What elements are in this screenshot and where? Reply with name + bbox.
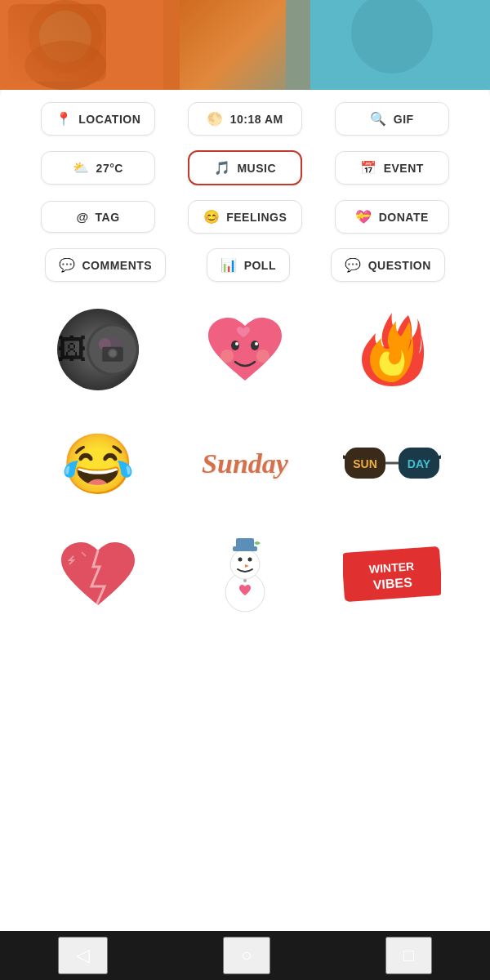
- sunday-label: Sunday: [202, 448, 288, 479]
- question-icon: 💬: [345, 257, 362, 273]
- svg-point-18: [251, 341, 259, 350]
- sticker-row-2: ⛅ 27°C 🎵 MUSIC 📅 EVENT: [24, 150, 466, 185]
- laugh-cry-sticker[interactable]: 😂: [45, 419, 151, 509]
- svg-rect-6: [163, 0, 310, 90]
- tag-label: TAG: [96, 211, 120, 224]
- weather-icon: ⛅: [73, 160, 90, 176]
- svg-point-1: [29, 0, 102, 74]
- svg-point-15: [220, 350, 234, 363]
- time-icon: 🌕: [207, 111, 224, 127]
- time-label: 10:18 AM: [230, 113, 283, 126]
- svg-point-32: [238, 558, 243, 562]
- music-button[interactable]: 🎵 MUSIC: [188, 150, 302, 185]
- weather-button[interactable]: ⛅ 27°C: [41, 151, 155, 185]
- emoji-row-1: [24, 296, 466, 403]
- svg-point-10: [110, 336, 121, 347]
- question-button[interactable]: 💬 QUESTION: [331, 248, 445, 282]
- feelings-icon: 😊: [203, 209, 220, 225]
- location-label: LOCATION: [78, 113, 140, 126]
- feelings-button[interactable]: 😊 FEELINGS: [188, 200, 302, 234]
- photo-sticker[interactable]: [45, 305, 151, 394]
- svg-text:DAY: DAY: [408, 457, 431, 470]
- svg-point-16: [256, 350, 270, 363]
- svg-text:SUN: SUN: [353, 457, 377, 470]
- comments-icon: 💬: [59, 257, 76, 273]
- tag-icon: @: [76, 210, 88, 224]
- sticker-row-1: 📍 LOCATION 🌕 10:18 AM 🔍 GIF: [24, 102, 466, 136]
- location-button[interactable]: 📍 LOCATION: [41, 102, 155, 136]
- donate-label: DONATE: [379, 211, 429, 224]
- winter-vibes-sticker[interactable]: WINTER VIBES: [339, 529, 445, 619]
- svg-point-3: [24, 41, 106, 90]
- poll-icon: 📊: [220, 257, 238, 273]
- svg-point-33: [248, 558, 252, 562]
- phone-frame: 📍 LOCATION 🌕 10:18 AM 🔍 GIF ⛅ 27°C 🎵 MUS…: [0, 0, 490, 980]
- sunday-glasses-sticker[interactable]: SUN DAY: [339, 419, 445, 509]
- time-button[interactable]: 🌕 10:18 AM: [188, 102, 302, 136]
- donate-icon: 💝: [355, 209, 372, 225]
- svg-point-14: [109, 350, 116, 357]
- event-icon: 📅: [360, 160, 377, 176]
- tag-button[interactable]: @ TAG: [41, 201, 155, 233]
- weather-label: 27°C: [96, 162, 123, 175]
- music-icon: 🎵: [214, 160, 231, 176]
- svg-point-17: [231, 341, 239, 350]
- svg-point-20: [255, 342, 258, 345]
- svg-line-27: [439, 454, 441, 457]
- broken-heart-sticker[interactable]: [45, 529, 151, 619]
- recent-button[interactable]: □: [385, 937, 432, 974]
- gif-icon: 🔍: [370, 111, 387, 127]
- event-label: EVENT: [384, 162, 424, 175]
- home-button[interactable]: ○: [223, 937, 270, 974]
- back-button[interactable]: ◁: [58, 937, 108, 974]
- location-icon: 📍: [56, 111, 73, 127]
- svg-point-19: [235, 342, 238, 345]
- svg-text:VIBES: VIBES: [372, 575, 412, 591]
- svg-rect-0: [0, 0, 180, 90]
- svg-rect-31: [236, 538, 254, 548]
- svg-line-26: [343, 454, 345, 457]
- sticker-row-3: @ TAG 😊 FEELINGS 💝 DONATE: [24, 200, 466, 234]
- emoji-row-3: WINTER VIBES: [24, 525, 466, 623]
- heart-kawaii-sticker[interactable]: [192, 305, 298, 394]
- question-label: QUESTION: [368, 259, 431, 272]
- content-area: 📍 LOCATION 🌕 10:18 AM 🔍 GIF ⛅ 27°C 🎵 MUS…: [0, 82, 490, 931]
- fire-sticker[interactable]: [339, 305, 445, 394]
- comments-label: COMMENTS: [82, 259, 152, 272]
- comments-button[interactable]: 💬 COMMENTS: [45, 248, 166, 282]
- top-banner: [0, 0, 490, 90]
- music-label: MUSIC: [237, 162, 276, 175]
- sticker-row-4: 💬 COMMENTS 📊 POLL 💬 QUESTION: [24, 248, 466, 282]
- sunday-text-sticker[interactable]: Sunday: [192, 419, 298, 509]
- gif-label: GIF: [394, 113, 414, 126]
- feelings-label: FEELINGS: [226, 211, 287, 224]
- emoji-row-2: 😂 Sunday SUN DAY: [24, 411, 466, 517]
- donate-button[interactable]: 💝 DONATE: [335, 200, 449, 234]
- svg-point-34: [243, 579, 247, 582]
- poll-label: POLL: [244, 259, 276, 272]
- svg-rect-35: [343, 546, 441, 602]
- gif-button[interactable]: 🔍 GIF: [335, 102, 449, 136]
- event-button[interactable]: 📅 EVENT: [335, 151, 449, 185]
- bottom-nav: ◁ ○ □: [0, 931, 490, 980]
- poll-button[interactable]: 📊 POLL: [207, 248, 290, 282]
- laugh-cry-emoji: 😂: [61, 430, 135, 499]
- photo-circle: [57, 309, 139, 390]
- snowman-sticker[interactable]: [192, 529, 298, 619]
- svg-point-2: [39, 11, 91, 63]
